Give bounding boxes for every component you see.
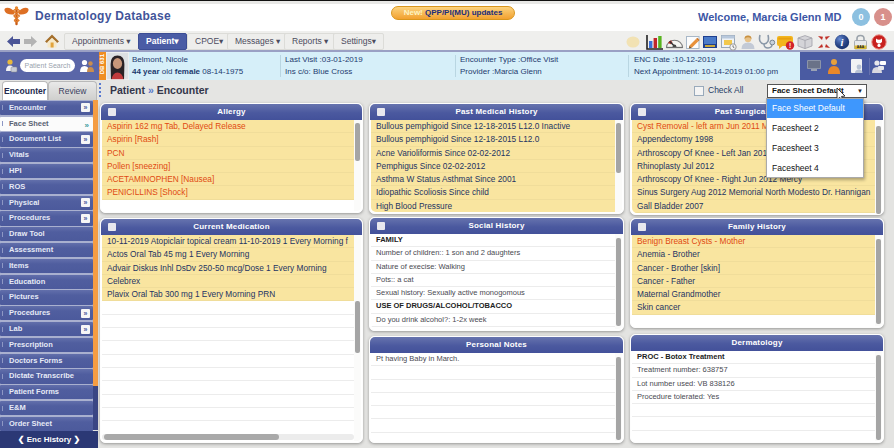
svg-text:AAA: AAA (857, 45, 865, 49)
svg-text:i: i (841, 37, 844, 48)
svg-text:!: ! (789, 42, 791, 49)
